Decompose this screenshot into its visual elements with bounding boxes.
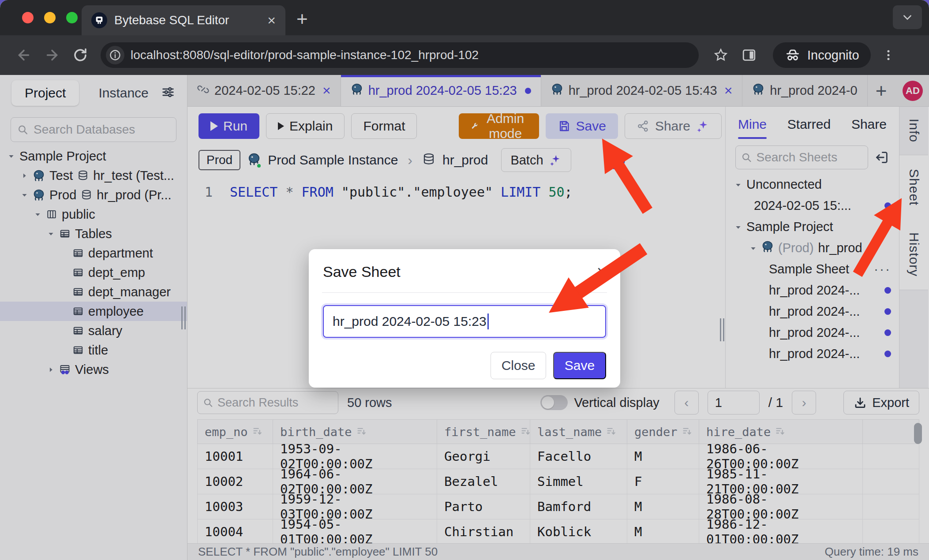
minimize-window-button[interactable] <box>44 12 56 23</box>
tree-item-sample-project[interactable]: Sample Project <box>0 146 187 166</box>
column-header-emp_no[interactable]: emp_no <box>197 419 273 444</box>
filter-settings-button[interactable] <box>161 85 176 101</box>
sheet-item[interactable]: hr_prod 2024-... <box>726 343 899 364</box>
database-search-input[interactable] <box>34 123 170 137</box>
table-scrollbar-thumb[interactable] <box>914 423 922 444</box>
tree-item-title[interactable]: title <box>0 340 187 360</box>
sheet-tab-mine[interactable]: Mine <box>738 117 767 132</box>
modal-save-button[interactable]: Save <box>553 352 606 379</box>
sheet-item[interactable]: hr_prod 2024-... <box>726 322 899 343</box>
sheet-name-input[interactable]: hr_prod 2024-02-05 15:23 <box>323 305 606 338</box>
tree-item-department[interactable]: department <box>0 243 187 263</box>
caret-down-icon[interactable] <box>734 177 742 192</box>
sheet-item[interactable]: 2024-02-05 15:... <box>726 195 899 216</box>
share-button[interactable]: Share <box>625 113 722 139</box>
sort-icon[interactable] <box>356 425 367 439</box>
sheet-item[interactable]: Unconnected <box>726 174 899 195</box>
close-tab-icon[interactable]: × <box>724 82 733 99</box>
next-page-button[interactable]: › <box>792 391 816 414</box>
tab-instance[interactable]: Instance <box>98 86 148 101</box>
save-button[interactable]: Save <box>546 113 618 139</box>
sheet-item[interactable]: hr_prod 2024-... <box>726 301 899 322</box>
results-search[interactable] <box>197 391 338 414</box>
sheet-tab-starred[interactable]: Starred <box>787 117 831 132</box>
new-worksheet-button[interactable]: + <box>868 75 895 106</box>
tree-item-tables[interactable]: Tables <box>0 224 187 243</box>
column-header-birth_date[interactable]: birth_date <box>273 419 437 444</box>
zoom-window-button[interactable] <box>66 12 78 23</box>
worksheet-tab[interactable]: 2024-02-05 15:22× <box>187 75 341 106</box>
side-panel-button[interactable] <box>735 48 763 63</box>
sheet-item[interactable]: hr_prod 2024-... <box>726 280 899 301</box>
tab-search-button[interactable] <box>893 5 922 29</box>
sort-icon[interactable] <box>682 425 692 439</box>
admin-mode-button[interactable]: Admin mode <box>459 113 539 139</box>
dock-tab-history[interactable]: History <box>899 220 928 290</box>
prev-page-button[interactable]: ‹ <box>674 391 699 414</box>
column-header-gender[interactable]: gender <box>627 419 699 444</box>
forward-button[interactable] <box>38 47 66 63</box>
caret-right-icon[interactable] <box>20 172 28 179</box>
sheet-search-input[interactable] <box>756 150 862 164</box>
avatar[interactable]: AD <box>903 81 923 101</box>
worksheet-tab[interactable]: hr_prod 2024-02-05 15:43× <box>541 75 743 106</box>
caret-down-icon[interactable] <box>34 211 41 218</box>
page-input[interactable] <box>708 391 760 414</box>
tree-item-employee[interactable]: employee <box>0 302 187 321</box>
bookmark-button[interactable] <box>707 48 735 63</box>
tree-item-dept-manager[interactable]: dept_manager <box>0 282 187 302</box>
instance-name[interactable]: Prod Sample Instance <box>268 153 398 168</box>
column-header-hire_date[interactable]: hire_date <box>699 419 863 444</box>
worksheet-tab[interactable]: hr_prod 2024-02-05 15:23 <box>341 75 541 106</box>
caret-right-icon[interactable] <box>47 366 55 373</box>
batch-button[interactable]: Batch <box>501 148 571 172</box>
tree-item-dept-emp[interactable]: dept_emp <box>0 263 187 282</box>
caret-down-icon[interactable] <box>47 230 55 238</box>
sort-icon[interactable] <box>775 425 785 439</box>
database-name[interactable]: hr_prod <box>442 153 488 168</box>
site-info-icon[interactable] <box>106 46 124 64</box>
database-search[interactable] <box>11 117 176 142</box>
vertical-display-toggle[interactable] <box>540 395 568 410</box>
dock-tab-info[interactable]: Info <box>899 107 928 155</box>
tree-item-views[interactable]: Views <box>0 360 187 379</box>
sheet-tab-share[interactable]: Share <box>851 117 887 132</box>
tab-project[interactable]: Project <box>11 80 79 106</box>
sheet-item-menu-icon[interactable]: ··· <box>874 261 891 276</box>
close-tab-icon[interactable]: × <box>322 82 331 99</box>
format-button[interactable]: Format <box>351 113 417 139</box>
tree-item-salary[interactable]: salary <box>0 321 187 340</box>
close-tab-icon[interactable]: × <box>267 13 276 27</box>
back-button[interactable] <box>10 47 38 63</box>
tree-item-prod[interactable]: Prodhr_prod (Pr... <box>0 185 187 205</box>
caret-down-icon[interactable] <box>734 220 742 234</box>
sheet-item[interactable]: (Prod)hr_prod <box>726 237 899 258</box>
explain-button[interactable]: Explain <box>266 113 345 139</box>
modal-close-icon[interactable]: × <box>597 262 606 281</box>
new-tab-button[interactable]: + <box>296 8 308 30</box>
caret-down-icon[interactable] <box>7 153 15 160</box>
tree-item-test[interactable]: Testhr_test (Test... <box>0 166 187 185</box>
dock-tab-sheet[interactable]: Sheet <box>899 155 928 220</box>
sort-icon[interactable] <box>521 425 531 439</box>
caret-down-icon[interactable] <box>20 191 28 199</box>
run-button[interactable]: Run <box>199 113 259 139</box>
sort-icon[interactable] <box>606 425 616 439</box>
sheet-search[interactable] <box>735 146 868 169</box>
modal-close-button[interactable]: Close <box>491 352 546 379</box>
url-bar[interactable]: localhost:8080/sql-editor/prod-sample-in… <box>101 42 699 68</box>
column-header-first_name[interactable]: first_name <box>437 419 530 444</box>
sheet-item[interactable]: Sample Sheet··· <box>726 258 899 280</box>
export-button[interactable]: Export <box>843 391 919 414</box>
browser-menu-button[interactable] <box>874 49 903 62</box>
browser-tab[interactable]: Bytebase SQL Editor × <box>82 5 285 35</box>
caret-down-icon[interactable] <box>749 241 757 255</box>
tree-item-public[interactable]: public <box>0 205 187 224</box>
column-header-last_name[interactable]: last_name <box>530 419 627 444</box>
sheet-item[interactable]: Sample Project <box>726 216 899 237</box>
reload-button[interactable] <box>66 47 94 63</box>
import-sheet-icon[interactable] <box>874 150 889 165</box>
close-window-button[interactable] <box>22 12 34 23</box>
results-search-input[interactable] <box>217 396 333 410</box>
sort-icon[interactable] <box>252 425 262 439</box>
